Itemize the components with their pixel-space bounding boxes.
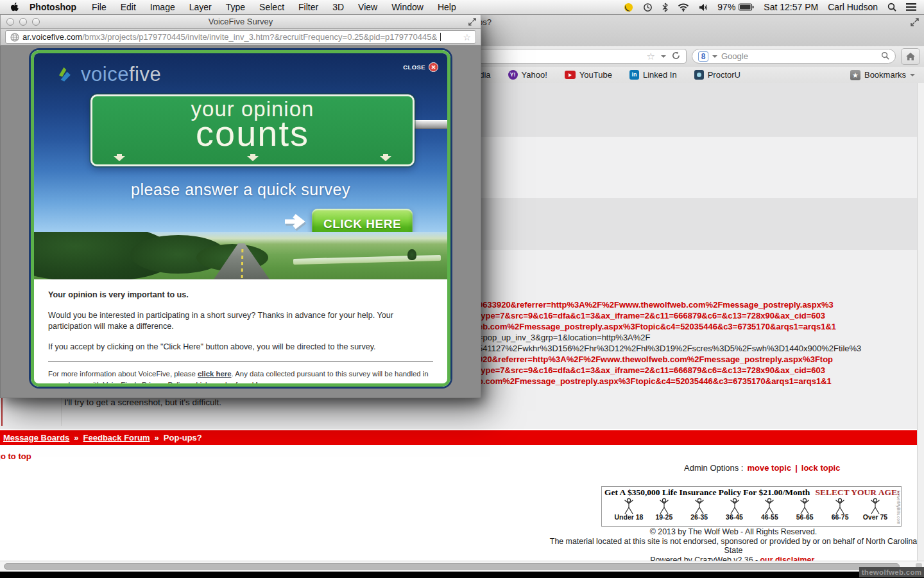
voicefive-logo-icon xyxy=(56,65,75,84)
time-machine-icon[interactable] xyxy=(643,3,653,12)
home-button[interactable] xyxy=(901,48,920,65)
bookmark-item-youtube[interactable]: YouTube xyxy=(565,70,612,80)
address-dropdown-caret-icon[interactable] xyxy=(661,55,666,58)
age-label: 36-45 xyxy=(726,513,743,521)
logo-voice: voice xyxy=(81,63,129,85)
ad-age-option[interactable]: Under 18 xyxy=(612,498,646,521)
ad-age-option[interactable]: 66-75 xyxy=(823,498,857,521)
ad-age-option[interactable]: 46-55 xyxy=(753,498,786,521)
magnifier-icon[interactable] xyxy=(881,51,889,62)
menu-image[interactable]: Image xyxy=(143,2,182,12)
search-bar[interactable]: 8 Google xyxy=(692,49,896,64)
ad-age-option[interactable]: Over 75 xyxy=(859,498,892,521)
privacy-policy-here-link[interactable]: here xyxy=(256,381,271,387)
click-here-link[interactable]: click here xyxy=(198,370,232,378)
tracking-url-link[interactable]: type=7&src=9&c16=dfa&c1=3&ax_iframe=2&c1… xyxy=(478,365,825,375)
arrow-down-icon xyxy=(379,154,392,161)
go-to-top-link-clipped[interactable]: go to top xyxy=(0,450,46,462)
menu-view[interactable]: View xyxy=(351,2,384,12)
menu-help[interactable]: Help xyxy=(431,2,463,12)
ad-age-option[interactable]: 36-45 xyxy=(718,498,751,521)
text-cursor xyxy=(440,33,441,41)
status-ball-icon[interactable] xyxy=(624,3,633,12)
menu-type[interactable]: Type xyxy=(219,2,252,12)
notification-center-icon[interactable] xyxy=(906,3,916,11)
bookmark-star-icon[interactable]: ☆ xyxy=(647,51,655,62)
forum-post-text: I'll try to get a screenshot, but it's d… xyxy=(64,398,221,407)
tracking-url-link[interactable]: 0633920&referrer=http%3A%2F%2Fwww.thewol… xyxy=(478,300,834,310)
bookmarks-menu[interactable]: ★Bookmarks xyxy=(850,70,915,80)
road-photo xyxy=(34,232,447,279)
popup-address-bar[interactable]: ar.voicefive.com/bmx3/projects/p17977044… xyxy=(5,30,476,44)
bookmarks-star-icon: ★ xyxy=(850,70,860,80)
popup-url-text: ar.voicefive.com/bmx3/projects/p17977044… xyxy=(22,32,437,42)
lock-topic-link[interactable]: lock topic xyxy=(801,463,841,473)
fullscreen-expand-icon[interactable] xyxy=(910,17,920,30)
menu-filter[interactable]: Filter xyxy=(291,2,325,12)
popup-expand-icon[interactable] xyxy=(468,17,477,29)
url-path: /bmx3/projects/p179770445/invite/invite_… xyxy=(82,32,437,42)
age-label: 46-55 xyxy=(761,513,778,521)
wifi-icon[interactable] xyxy=(678,3,689,12)
ad-headline-row: Get A $350,000 Life Insurance Policy For… xyxy=(602,487,901,498)
small-tree xyxy=(407,249,416,260)
tracking-url-link[interactable]: type=7&src=9&c16=dfa&c1=3&ax_iframe=2&c1… xyxy=(478,311,825,320)
search-engine-icon[interactable]: 8 xyxy=(698,51,708,62)
menu-layer[interactable]: Layer xyxy=(182,2,219,12)
spotlight-icon[interactable] xyxy=(887,3,896,12)
user-menu[interactable]: Carl Hudson xyxy=(828,2,878,12)
bookmark-item-proctoru[interactable]: ProctorU xyxy=(694,70,740,80)
tracking-url-link[interactable]: eb.com%2Fmessage_postreply.aspx%3Ftopic&… xyxy=(478,322,836,331)
battery-status[interactable]: 97% xyxy=(717,2,754,12)
menu-window[interactable]: Window xyxy=(384,2,431,12)
menu-file[interactable]: File xyxy=(85,2,114,12)
search-engine-caret-icon[interactable] xyxy=(712,55,717,58)
popup-window-title: VoiceFive Survey xyxy=(1,17,481,26)
ad-age-option[interactable]: 26-35 xyxy=(683,498,716,521)
bluetooth-icon[interactable] xyxy=(662,3,668,12)
apple-icon xyxy=(10,3,19,12)
ad-age-option[interactable]: 19-25 xyxy=(647,498,681,521)
apple-menu[interactable] xyxy=(0,3,27,12)
breadcrumb-separator: » xyxy=(74,433,78,442)
move-topic-link[interactable]: move topic xyxy=(748,463,792,473)
cta-arrow-icon xyxy=(282,212,310,234)
app-menu-photoshop[interactable]: Photoshop xyxy=(27,2,85,12)
volume-icon[interactable] xyxy=(699,3,708,12)
site-watermark: thewolfweb.com xyxy=(859,567,924,577)
opinion-road-sign: your opinion counts xyxy=(90,94,415,166)
survey-hero-image: voicefive CLOSE ✕ your opinion counts xyxy=(34,53,447,279)
stick-figure-icon xyxy=(798,498,811,515)
menu-select[interactable]: Select xyxy=(252,2,291,12)
bookmark-item-linkedin[interactable]: inLinked In xyxy=(629,70,677,80)
popup-page-background: voicefive CLOSE ✕ your opinion counts xyxy=(0,46,481,398)
survey-close-button[interactable]: CLOSE ✕ xyxy=(403,62,438,72)
breadcrumb-message-boards[interactable]: Message Boards xyxy=(3,433,69,442)
survey-text-area: Your opinion is very important to us. Wo… xyxy=(34,279,447,387)
menu-clock[interactable]: Sat 12:57 PM xyxy=(764,2,818,12)
bookmark-item-yahoo[interactable]: Y!Yahoo! xyxy=(508,70,547,80)
tracking-url-link[interactable]: 920&referrer=http%3A%2F%2Fwww.thewolfweb… xyxy=(478,355,833,364)
horizontal-scrollbar-thumb[interactable] xyxy=(4,563,900,570)
stick-figure-icon xyxy=(658,498,671,515)
close-icon: ✕ xyxy=(429,62,438,72)
age-label: Under 18 xyxy=(615,513,644,521)
menu-bar-status: 97% Sat 12:57 PM Carl Hudson xyxy=(624,2,924,12)
youtube-icon xyxy=(565,71,576,79)
address-bar[interactable]: ☆ xyxy=(449,49,687,64)
linkedin-icon: in xyxy=(629,70,639,80)
menu-3d[interactable]: 3D xyxy=(325,2,351,12)
insurance-ad-banner[interactable]: Get A $350,000 Life Insurance Policy For… xyxy=(601,486,902,527)
popup-title-bar[interactable]: VoiceFive Survey xyxy=(0,14,481,29)
ad-age-option[interactable]: 56-65 xyxy=(788,498,821,521)
breadcrumb-current-topic: Pop-ups? xyxy=(164,433,202,442)
arrow-down-icon xyxy=(113,154,126,161)
menu-edit[interactable]: Edit xyxy=(114,2,143,12)
survey-invite-inner: voicefive CLOSE ✕ your opinion counts xyxy=(31,50,450,387)
vertical-scrollbar[interactable] xyxy=(917,83,924,561)
survey-heading: Your opinion is very important to us. xyxy=(48,290,433,301)
breadcrumb-feedback-forum[interactable]: Feedback Forum xyxy=(83,433,150,442)
tracking-url-link[interactable]: b.com%2Fmessage_postreply.aspx%3Ftopic&c… xyxy=(478,376,832,386)
reload-icon[interactable] xyxy=(672,51,680,62)
popup-bookmark-star-icon[interactable]: ☆ xyxy=(463,32,471,42)
